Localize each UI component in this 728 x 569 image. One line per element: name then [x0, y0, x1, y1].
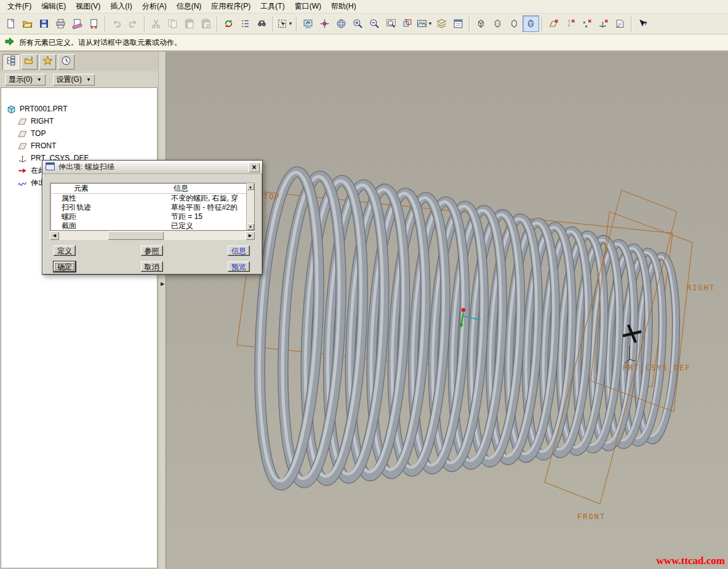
folder-browser-tab[interactable]	[21, 54, 38, 70]
select-filter-button[interactable]: ▼	[276, 15, 294, 32]
tree-item-prt0001-prt[interactable]: PRT0001.PRT	[1, 103, 157, 115]
erase-not-displayed-button[interactable]	[69, 15, 86, 32]
layers-button[interactable]	[433, 15, 450, 32]
delete-old-versions-button[interactable]	[86, 15, 102, 32]
menu-item-3[interactable]: 视图(V)	[71, 0, 105, 14]
dialog-titlebar[interactable]: 伸出项: 螺旋扫描 ×	[42, 161, 262, 174]
zoom-in-button[interactable]	[350, 15, 366, 32]
element-row[interactable]: 扫引轨迹草绘平面 - 特征#2的	[50, 203, 254, 212]
top-plane-label[interactable]: TOP	[263, 193, 281, 201]
close-icon[interactable]: ×	[249, 162, 260, 172]
undo-button[interactable]	[108, 15, 125, 32]
expand-panel-icon[interactable]: ▶	[159, 278, 166, 289]
datum-point-display-button[interactable]	[578, 15, 595, 32]
scroll-down-icon[interactable]: ▼	[247, 223, 254, 230]
model-tree-tab[interactable]	[2, 54, 19, 70]
shaded-display-button[interactable]	[522, 15, 539, 32]
element-row[interactable]: 螺距节距 = 15	[50, 212, 254, 221]
front-plane-label[interactable]: FRONT	[577, 512, 606, 521]
tree-item-front[interactable]: FRONT	[1, 140, 157, 152]
toolbar-separator	[273, 17, 274, 31]
layers-icon	[436, 18, 447, 29]
menu-item-2[interactable]: 编辑(E)	[36, 0, 71, 14]
helical-spring-model[interactable]	[252, 170, 680, 487]
tree-toolbar: 显示(0) ▼ 设置(G) ▼	[0, 71, 158, 87]
menu-item-7[interactable]: 应用程序(P)	[206, 0, 255, 14]
right-plane-label[interactable]: RIGHT	[687, 284, 715, 292]
preview-button[interactable]: 预览	[228, 261, 250, 272]
csys-label[interactable]: PRT_CSYS_DEF	[623, 364, 691, 372]
history-tab[interactable]	[58, 54, 74, 70]
scroll-right-icon[interactable]: ▶	[246, 231, 255, 240]
hidden-line-display-button[interactable]	[489, 15, 506, 32]
graphics-area[interactable]: TOPRIGHTFRONTPRT_CSYS_DEF www.ttcad.com	[166, 52, 728, 569]
element-row[interactable]: 属性不变的螺距, 右旋, 穿	[50, 194, 254, 203]
toolbar: ▼▼?	[0, 14, 728, 34]
cancel-button[interactable]: 取消	[141, 261, 163, 272]
scroll-up-icon[interactable]: ▲	[247, 183, 254, 190]
panel-splitter[interactable]: ◀ ▶	[158, 52, 166, 569]
info-button[interactable]: 信息	[228, 245, 250, 256]
reorient-button[interactable]	[399, 15, 416, 32]
csys-display-button[interactable]	[595, 15, 612, 32]
saved-views-button[interactable]: ▼	[416, 15, 433, 32]
no-hidden-display-button[interactable]	[506, 15, 522, 32]
menu-item-10[interactable]: 帮助(H)	[326, 0, 361, 14]
annotation-display-button[interactable]	[612, 15, 628, 32]
context-help-button[interactable]: ?	[634, 15, 651, 32]
copy-button[interactable]	[164, 15, 181, 32]
redraw-button[interactable]	[300, 15, 316, 32]
tree-item-top[interactable]: TOP	[1, 127, 157, 140]
regenerate-button[interactable]	[220, 15, 237, 32]
element-table-body: 属性不变的螺距, 右旋, 穿扫引轨迹草绘平面 - 特征#2的螺距节距 = 15截…	[50, 194, 254, 231]
table-horizontal-scrollbar[interactable]: ◀ ▶	[50, 231, 255, 240]
cut-button[interactable]	[148, 15, 164, 32]
new-file-button[interactable]	[2, 15, 19, 32]
insert-arrow-icon	[17, 165, 28, 176]
favorites-tab[interactable]	[39, 54, 56, 70]
show-menu-button[interactable]: 显示(0) ▼	[5, 74, 46, 86]
print-button[interactable]	[52, 15, 69, 32]
saved-views-icon	[417, 18, 427, 29]
ok-button[interactable]: 确定	[54, 261, 76, 272]
refit-button[interactable]	[383, 15, 399, 32]
define-button[interactable]: 定义	[54, 245, 76, 256]
settings-menu-button[interactable]: 设置(G) ▼	[53, 74, 95, 86]
viewport-canvas[interactable]: TOPRIGHTFRONTPRT_CSYS_DEF	[166, 52, 727, 569]
hscroll-track[interactable]	[59, 231, 246, 240]
orient-mode-button[interactable]	[333, 15, 350, 32]
toolbar-separator	[217, 17, 218, 31]
menu-item-9[interactable]: 窗口(W)	[290, 0, 326, 14]
redo-button[interactable]	[125, 15, 142, 32]
feature-list-button[interactable]	[237, 15, 254, 32]
spin-center-button[interactable]	[316, 15, 333, 32]
view-manager-button[interactable]	[450, 15, 466, 32]
point-toggle-icon	[582, 18, 592, 29]
zoom-out-button[interactable]	[366, 15, 383, 32]
menu-item-1[interactable]: 文件(F)	[2, 0, 36, 14]
open-folder-icon	[22, 18, 33, 29]
paste-button[interactable]	[181, 15, 198, 32]
undo-icon	[111, 18, 122, 29]
table-vertical-scrollbar[interactable]: ▲ ▼	[246, 183, 254, 230]
tree-item-right[interactable]: RIGHT	[1, 115, 157, 127]
menu-item-4[interactable]: 插入(I)	[105, 0, 137, 14]
hscroll-thumb[interactable]	[108, 231, 164, 240]
scroll-left-icon[interactable]: ◀	[50, 231, 59, 240]
datum-axis-display-button[interactable]	[562, 15, 578, 32]
save-file-button[interactable]	[36, 15, 52, 32]
menu-item-6[interactable]: 信息(N)	[172, 0, 207, 14]
menu-item-5[interactable]: 分析(A)	[137, 0, 172, 14]
redo-icon	[128, 18, 138, 29]
references-button[interactable]: 参照	[141, 245, 163, 256]
menu-item-8[interactable]: 工具(T)	[255, 0, 289, 14]
column-header-element: 元素	[50, 183, 165, 194]
wireframe-display-button[interactable]	[473, 15, 489, 32]
find-button[interactable]	[254, 15, 270, 32]
datum-plane-display-button[interactable]	[545, 15, 562, 32]
open-file-button[interactable]	[19, 15, 36, 32]
vscroll-track[interactable]	[247, 190, 254, 223]
settings-menu-label: 设置(G)	[57, 74, 82, 85]
element-row[interactable]: 截面已定义	[50, 221, 254, 231]
paste-special-button[interactable]	[198, 15, 214, 32]
